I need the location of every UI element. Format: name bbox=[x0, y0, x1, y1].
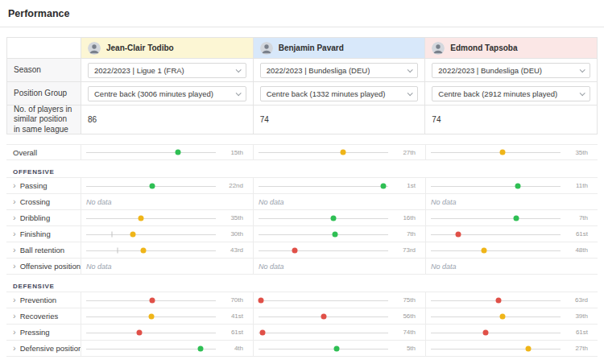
season-cell-pavard: 2022/2023 | Bundesliga (DEU) bbox=[254, 59, 426, 82]
metric-label-prevention[interactable]: ›Prevention bbox=[6, 292, 81, 308]
chart-cell: 73rd bbox=[253, 242, 425, 258]
rank-dot-green bbox=[514, 215, 519, 221]
season-select-todibo[interactable]: 2022/2023 | Ligue 1 (FRA) bbox=[88, 63, 246, 78]
rank-track bbox=[431, 210, 561, 225]
rank-track bbox=[86, 341, 216, 356]
metric-label-passing[interactable]: ›Passing bbox=[6, 178, 81, 193]
rank-label: 70th bbox=[221, 296, 243, 304]
track-line bbox=[259, 152, 388, 153]
position-group-select-todibo[interactable]: Centre back (3006 minutes played) bbox=[88, 86, 246, 101]
metric-row-dribbling: ›Dribbling35th16th7th bbox=[6, 210, 598, 226]
num-players-value-tapsoba: 74 bbox=[425, 105, 598, 134]
track-line bbox=[431, 316, 561, 317]
chevron-right-icon: › bbox=[13, 328, 16, 337]
performance-page: Performance Jean-Clair Todibo Benjamin P… bbox=[0, 0, 604, 357]
player-avatar bbox=[88, 42, 101, 55]
metric-name: Pressing bbox=[20, 328, 50, 337]
rank-track bbox=[431, 145, 561, 159]
rank-dot-red bbox=[150, 297, 155, 303]
rank-label: 7th bbox=[565, 214, 588, 221]
rank-track bbox=[86, 226, 216, 242]
position-group-select-pavard[interactable]: Centre back (1332 minutes played) bbox=[260, 86, 419, 101]
metric-label-dribbling[interactable]: ›Dribbling bbox=[6, 210, 81, 225]
chevron-right-icon: › bbox=[13, 213, 16, 222]
rank-track bbox=[431, 226, 561, 242]
chevron-right-icon: › bbox=[13, 296, 16, 304]
players-header-row: Jean-Clair Todibo Benjamin Pavard Edmond… bbox=[7, 38, 598, 59]
player-header-pavard: Benjamin Pavard bbox=[254, 38, 426, 59]
rank-label: 56th bbox=[393, 312, 416, 320]
metric-label-offensive-positioning[interactable]: ›Offensive positioning bbox=[6, 259, 81, 274]
track-line bbox=[431, 234, 561, 235]
rank-track bbox=[86, 145, 216, 159]
rank-dot-yellow bbox=[482, 247, 487, 253]
metric-row-crossing: ›CrossingNo dataNo dataNo data bbox=[6, 194, 598, 210]
rank-dot-yellow bbox=[340, 150, 345, 155]
position-group-select-tapsoba[interactable]: Centre back (2912 minutes played) bbox=[432, 86, 590, 101]
season-select-pavard[interactable]: 2022/2023 | Bundesliga (DEU) bbox=[260, 63, 419, 78]
rank-label: 43rd bbox=[221, 246, 243, 254]
metric-label-finishing[interactable]: ›Finishing bbox=[6, 226, 81, 242]
rank-label: 30th bbox=[221, 230, 243, 238]
track-line bbox=[86, 333, 216, 333]
metric-row-defensive-positioning: ›Defensive positioning4th5th27th bbox=[6, 341, 598, 357]
rank-dot-yellow bbox=[140, 247, 146, 253]
rank-dot-green bbox=[380, 183, 386, 188]
section-title: DEFENSIVE bbox=[6, 281, 598, 292]
rank-track bbox=[259, 226, 388, 242]
player-avatar bbox=[432, 42, 445, 55]
chart-cell: 27th bbox=[425, 341, 598, 356]
chevron-down-icon bbox=[580, 90, 585, 96]
rank-track bbox=[431, 178, 561, 193]
metric-label-recoveries[interactable]: ›Recoveries bbox=[6, 308, 81, 324]
page-title: Performance bbox=[8, 8, 596, 19]
metric-row-prevention: ›Prevention70th75th63rd bbox=[6, 292, 598, 308]
season-cell-todibo: 2022/2023 | Ligue 1 (FRA) bbox=[81, 59, 254, 82]
chart-cell: 7th bbox=[253, 226, 425, 242]
chart-cell: 61st bbox=[425, 226, 598, 242]
track-line bbox=[431, 218, 561, 219]
track-line bbox=[431, 333, 561, 333]
rank-track bbox=[86, 325, 216, 340]
metric-label-ball-retention[interactable]: ›Ball retention bbox=[6, 242, 81, 258]
chevron-down-icon bbox=[235, 67, 241, 72]
metric-label-crossing[interactable]: ›Crossing bbox=[6, 194, 81, 209]
rank-label: 41st bbox=[221, 312, 243, 320]
rank-track bbox=[86, 292, 216, 308]
rank-label: 73rd bbox=[393, 246, 416, 254]
rank-dot-yellow bbox=[499, 313, 505, 319]
rank-track bbox=[431, 242, 561, 258]
metric-label-pressing[interactable]: ›Pressing bbox=[6, 325, 81, 340]
player-name: Jean-Clair Todibo bbox=[106, 43, 174, 52]
rank-dot-green bbox=[150, 183, 155, 188]
rank-dot-green bbox=[332, 231, 337, 237]
rank-label: 15th bbox=[221, 149, 243, 156]
track-line bbox=[86, 250, 216, 251]
chevron-down-icon bbox=[407, 67, 413, 72]
position-group-row-label: Position Group bbox=[7, 82, 81, 105]
rank-track bbox=[431, 341, 561, 356]
rank-track bbox=[86, 308, 216, 324]
rank-dot-red bbox=[482, 329, 488, 335]
rank-label: 5th bbox=[393, 345, 416, 352]
num-players-row-label: No. of players in similar position in sa… bbox=[7, 105, 81, 134]
track-line bbox=[86, 234, 216, 235]
rank-label: 1st bbox=[393, 182, 416, 189]
chart-cell: 48th bbox=[425, 242, 598, 258]
track-line bbox=[259, 234, 388, 235]
metric-label-defensive-positioning[interactable]: ›Defensive positioning bbox=[6, 341, 81, 356]
metric-name: Finishing bbox=[20, 230, 51, 238]
rank-label: 61st bbox=[565, 329, 588, 336]
rank-track bbox=[259, 325, 388, 340]
metric-row-finishing: ›Finishing30th7th61st bbox=[6, 226, 598, 242]
rank-label: 27th bbox=[393, 149, 416, 156]
season-select-tapsoba[interactable]: 2022/2023 | Bundesliga (DEU) bbox=[432, 63, 590, 78]
chart-cell: 41st bbox=[81, 308, 253, 324]
track-line bbox=[259, 349, 388, 350]
position-cell-pavard: Centre back (1332 minutes played) bbox=[254, 82, 426, 105]
num-players-value-pavard: 74 bbox=[254, 105, 426, 134]
track-line bbox=[86, 349, 216, 350]
rank-dot-yellow bbox=[130, 231, 135, 237]
track-line bbox=[259, 250, 388, 251]
rank-label: 75th bbox=[393, 296, 416, 304]
